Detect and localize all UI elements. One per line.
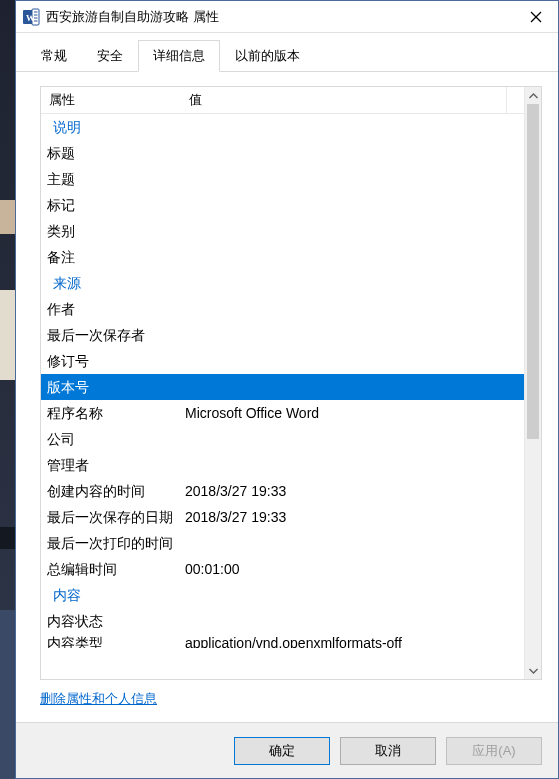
prop-value	[185, 298, 524, 320]
group-label: 内容	[45, 584, 185, 606]
apply-button: 应用(A)	[446, 737, 542, 765]
prop-value: 2018/3/27 19:33	[185, 506, 524, 528]
dialog-button-bar: 确定 取消 应用(A)	[16, 722, 558, 778]
group-content: 内容	[41, 582, 524, 608]
prop-value	[185, 246, 524, 268]
table-rows: 说明 标题 主题 标记 类别 备注 来源 作者 最后一次保存者 修订号 版本号 …	[41, 114, 524, 648]
prop-value	[185, 220, 524, 242]
prop-label: 标题	[45, 142, 185, 164]
details-panel: 属性 值 说明 标题 主题 标记 类别 备注 来源 作者 最后一次保存者 修订号…	[16, 72, 558, 722]
prop-value: Microsoft Office Word	[185, 402, 524, 424]
prop-value	[185, 350, 524, 372]
table-row[interactable]: 内容状态	[41, 608, 524, 634]
table-row[interactable]: 主题	[41, 166, 524, 192]
table-row[interactable]: 最后一次保存者	[41, 322, 524, 348]
prop-label: 主题	[45, 168, 185, 190]
word-app-icon: W	[22, 8, 40, 26]
prop-value	[185, 610, 524, 632]
cancel-button[interactable]: 取消	[340, 737, 436, 765]
table-row[interactable]: 备注	[41, 244, 524, 270]
table-row[interactable]: 标记	[41, 192, 524, 218]
column-value[interactable]: 值	[181, 87, 506, 113]
prop-label: 总编辑时间	[45, 558, 185, 580]
table-row[interactable]: 类别	[41, 218, 524, 244]
remove-properties-link[interactable]: 删除属性和个人信息	[40, 691, 157, 706]
prop-label: 备注	[45, 246, 185, 268]
prop-label: 最后一次保存的日期	[45, 506, 185, 528]
tab-details[interactable]: 详细信息	[138, 40, 220, 72]
prop-value	[185, 376, 524, 398]
close-icon	[530, 11, 542, 23]
table-row[interactable]: 公司	[41, 426, 524, 452]
prop-label: 修订号	[45, 350, 185, 372]
table-row[interactable]: 作者	[41, 296, 524, 322]
scroll-track[interactable]	[525, 104, 541, 662]
chevron-up-icon	[529, 93, 538, 99]
tab-security[interactable]: 安全	[82, 40, 138, 72]
table-row[interactable]: 最后一次打印的时间	[41, 530, 524, 556]
scroll-thumb[interactable]	[527, 104, 539, 439]
close-button[interactable]	[513, 1, 558, 32]
prop-label: 内容类型	[45, 636, 185, 648]
scrollbar-vertical[interactable]	[524, 87, 541, 679]
properties-dialog: W 西安旅游自制自助游攻略 属性 常规 安全 详细信息 以前的版本 属性	[15, 0, 559, 779]
group-description: 说明	[41, 114, 524, 140]
group-label: 说明	[45, 116, 185, 138]
prop-label: 标记	[45, 194, 185, 216]
prop-value	[185, 142, 524, 164]
group-label: 来源	[45, 272, 185, 294]
scroll-up-button[interactable]	[525, 87, 541, 104]
prop-value: application/vnd.openxmlformats-off	[185, 636, 524, 648]
prop-label: 程序名称	[45, 402, 185, 424]
column-spacer	[506, 87, 524, 113]
scroll-down-button[interactable]	[525, 662, 541, 679]
column-property[interactable]: 属性	[41, 87, 181, 113]
title-bar: W 西安旅游自制自助游攻略 属性	[16, 1, 558, 33]
table-row[interactable]: 修订号	[41, 348, 524, 374]
chevron-down-icon	[529, 668, 538, 674]
svg-text:W: W	[26, 13, 35, 23]
prop-label: 管理者	[45, 454, 185, 476]
prop-label: 类别	[45, 220, 185, 242]
table-row-selected[interactable]: 版本号	[41, 374, 524, 400]
prop-value	[185, 324, 524, 346]
tab-general[interactable]: 常规	[26, 40, 82, 72]
ok-button[interactable]: 确定	[234, 737, 330, 765]
prop-label: 版本号	[45, 376, 185, 398]
tab-strip: 常规 安全 详细信息 以前的版本	[16, 33, 558, 72]
prop-value	[185, 194, 524, 216]
table-row[interactable]: 创建内容的时间2018/3/27 19:33	[41, 478, 524, 504]
group-origin: 来源	[41, 270, 524, 296]
table-row[interactable]: 标题	[41, 140, 524, 166]
prop-label: 最后一次打印的时间	[45, 532, 185, 554]
prop-value	[185, 454, 524, 476]
background-sliver	[0, 0, 15, 779]
table-row[interactable]: 程序名称Microsoft Office Word	[41, 400, 524, 426]
window-title: 西安旅游自制自助游攻略 属性	[46, 8, 513, 26]
prop-label: 最后一次保存者	[45, 324, 185, 346]
prop-label: 作者	[45, 298, 185, 320]
prop-value	[185, 532, 524, 554]
link-row: 删除属性和个人信息	[40, 680, 542, 712]
table-row[interactable]: 内容类型application/vnd.openxmlformats-off	[41, 634, 524, 648]
table-header: 属性 值	[41, 87, 524, 114]
table-row[interactable]: 最后一次保存的日期2018/3/27 19:33	[41, 504, 524, 530]
details-list: 属性 值 说明 标题 主题 标记 类别 备注 来源 作者 最后一次保存者 修订号…	[40, 86, 542, 680]
prop-value: 00:01:00	[185, 558, 524, 580]
prop-value	[185, 168, 524, 190]
tab-previous-versions[interactable]: 以前的版本	[220, 40, 315, 72]
table-row[interactable]: 管理者	[41, 452, 524, 478]
prop-label: 公司	[45, 428, 185, 450]
table-row[interactable]: 总编辑时间00:01:00	[41, 556, 524, 582]
prop-label: 创建内容的时间	[45, 480, 185, 502]
prop-value	[185, 428, 524, 450]
prop-value: 2018/3/27 19:33	[185, 480, 524, 502]
prop-label: 内容状态	[45, 610, 185, 632]
